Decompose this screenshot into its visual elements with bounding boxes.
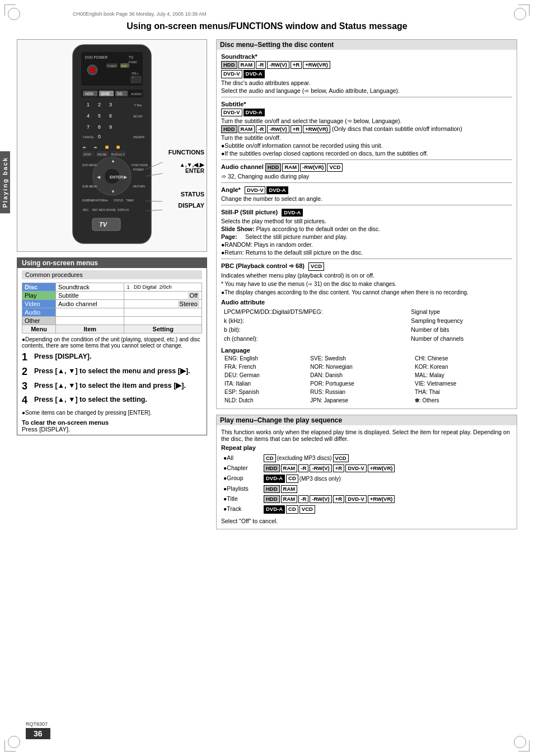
svg-text:▲: ▲ <box>111 158 115 163</box>
step-3: 3 Press [▲, ▼] to select the item and pr… <box>22 381 202 392</box>
svg-text:VOL+: VOL+ <box>132 72 139 75</box>
subtitle-line3: Turn the subtitle on/off. <box>221 134 512 141</box>
svg-text:▼: ▼ <box>111 189 115 194</box>
angle-line1: Change the number to select an angle. <box>221 195 512 202</box>
svg-text:TIMER: TIMER <box>126 199 134 202</box>
svg-text:⏭: ⏭ <box>94 145 97 149</box>
repeat-chapter: ●Chapter HDD RAM -R -RW(V) +R DVD-V +RW(… <box>222 464 511 473</box>
svg-text:1: 1 <box>87 102 90 107</box>
play-menu-section: Play menu–Change the play sequence This … <box>216 415 517 529</box>
svg-text:ERASE: ERASE <box>106 208 116 212</box>
svg-text:SD: SD <box>117 92 123 96</box>
repeat-playlists: ●Playlists HDD RAM <box>222 485 511 494</box>
svg-text:STOP: STOP <box>83 153 91 156</box>
svg-text:HDD: HDD <box>85 92 93 96</box>
repeat-table: ●All CD (excluding MP3 discs) VCD ●Chapt… <box>221 453 512 515</box>
svg-text:7: 7 <box>87 124 90 130</box>
divider-2 <box>221 159 512 160</box>
svg-text:⏮: ⏮ <box>83 145 86 149</box>
footnote2: ●The display changes according to the di… <box>221 289 512 295</box>
svg-text:CHAPTER: CHAPTER <box>92 199 105 202</box>
disc-menu-title: Disc menu–Setting the disc content <box>217 40 517 50</box>
common-procedures-title: Common procedures <box>22 270 202 279</box>
svg-text:SETUP: SETUP <box>133 115 143 118</box>
repeat-title: ●Title HDD RAM -R -RW(V) +R DVD-V +RW(VR… <box>222 495 511 504</box>
svg-text:F Rec: F Rec <box>134 104 142 107</box>
svg-text:DVD: DVD <box>101 92 110 96</box>
svg-text:RETURN: RETURN <box>133 185 145 188</box>
svg-text:FUNCTIONS: FUNCTIONS <box>132 163 148 167</box>
sidebar-label: Playing back <box>0 151 10 213</box>
clear-note: To clear the on-screen menus Press [DISP… <box>22 419 202 433</box>
pbc-title: PBC (Playback control ➾ 68) VCD <box>221 262 512 270</box>
osd-table: Disc Soundtrack 1 DD Digital 2/0ch Play … <box>22 283 202 334</box>
svg-text:DISPLAY: DISPLAY <box>118 208 129 212</box>
divider-3 <box>221 182 512 183</box>
steps-container: 1 Press [DISPLAY]. 2 Press [▲, ▼] to sel… <box>22 352 202 406</box>
still-p-random: ●RANDOM: Plays in random order. <box>221 241 512 248</box>
still-p-page: Page: Select the still picture number an… <box>221 233 512 240</box>
page-code-label: RQT8307 36 <box>26 721 50 739</box>
step-1: 1 Press [DISPLAY]. <box>22 352 202 363</box>
remote-status-label: STATUS <box>181 191 204 198</box>
audio-attr-table: LPCM/PPCM/DD□Digital/DTS/MPEG:Signal typ… <box>221 307 512 344</box>
divider-1 <box>221 97 512 97</box>
svg-text:⏩: ⏩ <box>105 145 109 149</box>
svg-text:TUNER: TUNER <box>107 64 117 68</box>
repeat-track: ●Track DVD-A CD VCD <box>222 505 511 514</box>
repeat-play-title: Repeat play <box>221 444 512 451</box>
svg-text:FUNC: FUNC <box>129 60 137 64</box>
step-note: ●Some items can be changed by pressing [… <box>22 410 202 416</box>
footnote1: * You may have to use the menus (➾ 31) o… <box>221 281 512 287</box>
remote-functions-label: FUNCTIONS <box>168 149 204 156</box>
svg-text:REC: REC <box>83 208 89 212</box>
step-2: 2 Press [▲, ▼] to select the menu and pr… <box>22 367 202 378</box>
still-p-line1: Selects the play method for still pictur… <box>221 218 512 224</box>
svg-text:⏩: ⏩ <box>116 145 120 149</box>
remote-display-label: DISPLAY <box>178 202 204 209</box>
svg-text:2: 2 <box>98 102 101 107</box>
soundtrack-line1: The disc's audio attributes appear. <box>221 79 512 86</box>
svg-text:+: + <box>132 76 134 79</box>
svg-text:8: 8 <box>98 124 101 130</box>
svg-text:6: 6 <box>109 113 112 119</box>
step-4: 4 Press [▲, ▼] to select the setting. <box>22 395 202 406</box>
svg-text:CANCEL: CANCEL <box>83 135 95 139</box>
svg-text:DVD MENU: DVD MENU <box>82 163 97 167</box>
svg-text:4: 4 <box>87 113 90 119</box>
svg-text:DVD: DVD <box>121 64 127 68</box>
svg-text:POWER: POWER <box>133 168 144 171</box>
svg-text:DN/SKIP: DN/SKIP <box>133 135 145 139</box>
svg-text:PLAY/x1.3: PLAY/x1.3 <box>111 153 124 156</box>
repeat-cancel: Select "Off" to cancel. <box>221 518 512 524</box>
angle-title: Angle* DVD-V DVD-A <box>221 186 512 194</box>
svg-text:9: 9 <box>109 124 112 130</box>
subtitle-bullet2: ●If the subtitles overlap closed caption… <box>221 150 512 157</box>
svg-text:5: 5 <box>98 113 101 119</box>
svg-text:TV: TV <box>129 55 134 59</box>
svg-text:Info: Info <box>104 199 108 202</box>
subtitle-badges-bottom: HDD RAM -R -RW(V) +R +RW(VR) (Only discs… <box>221 125 512 133</box>
subtitle-title: Subtitle* <box>221 101 512 107</box>
pbc-line1: Indicates whether menu play (playback co… <box>221 272 512 279</box>
onscreen-menus-title: Using on-screen menus <box>17 258 207 268</box>
still-p-slideshow: Slide Show: Plays according to the defau… <box>221 226 512 232</box>
language-table: ENG: EnglishSVE: SwedishCHI: Chinese FRA… <box>221 354 512 405</box>
remote-enter-label: ▲,▼,◀,▶ ENTER <box>180 162 204 174</box>
svg-point-6 <box>90 67 95 73</box>
page-title: Using on-screen menus/FUNCTIONS window a… <box>17 21 517 31</box>
svg-text:PAUSE: PAUSE <box>97 153 107 156</box>
svg-text:0: 0 <box>98 134 101 139</box>
svg-text:◀: ◀ <box>97 175 101 180</box>
svg-text:REC MOX: REC MOX <box>92 208 106 212</box>
audio-attr-section: Audio attribute LPCM/PPCM/DD□Digital/DTS… <box>221 299 512 344</box>
audio-channel-line1: ➾ 32, Changing audio during play <box>221 173 512 180</box>
soundtrack-badges2: DVD-V DVD-A <box>221 70 512 78</box>
play-menu-title: Play menu–Change the play sequence <box>217 415 517 425</box>
svg-text:STATUS: STATUS <box>114 199 123 202</box>
subtitle-bullet1: ●Subtitle on/off information cannot be r… <box>221 142 512 149</box>
svg-text:3: 3 <box>109 102 112 107</box>
remote-image-area: DVD POWER TV FUNC TUNER DVD VOL+ VOL- + <box>17 39 207 252</box>
svg-text:SUB MENU: SUB MENU <box>82 185 97 188</box>
page-number: 36 <box>26 728 50 739</box>
